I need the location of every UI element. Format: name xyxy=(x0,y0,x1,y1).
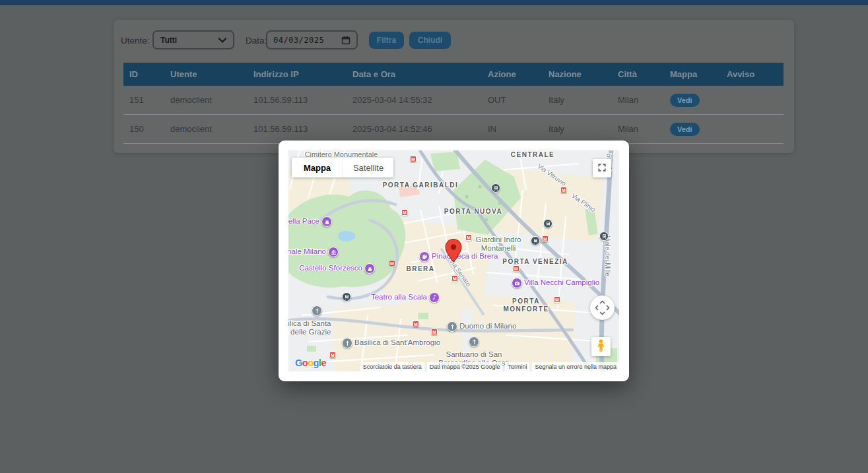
metro-icon: M xyxy=(410,156,417,162)
poi-castle-icon[interactable] xyxy=(364,263,375,274)
train-station-icon xyxy=(599,232,609,241)
cell-datetime: 2025-03-04 14:52:46 xyxy=(347,115,482,144)
user-select[interactable]: Tutti xyxy=(152,30,234,49)
metro-icon: M xyxy=(431,329,438,335)
header-id: ID xyxy=(123,63,164,86)
train-station-icon xyxy=(342,292,351,301)
district-label: PORTA VENEZIA xyxy=(502,258,568,266)
church-icon[interactable] xyxy=(447,321,457,332)
cell-citta: Milan xyxy=(612,115,664,144)
poi-art-icon[interactable] xyxy=(419,251,430,262)
google-logo-letter: e xyxy=(321,358,326,368)
header-data-e-ora: Data e Ora xyxy=(347,63,482,86)
church-label: silica di Santa a delle Grazie xyxy=(288,319,338,336)
street-label: Via Plinio xyxy=(570,192,597,214)
district-label: CENTRALE xyxy=(511,151,554,159)
metro-icon: M xyxy=(389,260,395,267)
poi-label: ella Pace xyxy=(288,217,319,225)
metro-icon: M xyxy=(513,265,519,272)
map-attribution: Scorciatoie da tastiera Dati mappa ©2025… xyxy=(358,362,619,371)
cell-mappa: Vedi xyxy=(664,86,721,115)
train-station-icon xyxy=(531,236,540,245)
church-icon[interactable] xyxy=(342,338,352,348)
filter-button[interactable]: Filtra xyxy=(369,32,404,49)
pan-control[interactable] xyxy=(590,296,615,320)
poi-label: Villa Necchi Campiglio xyxy=(524,278,599,286)
church-label: Duomo di Milano xyxy=(459,322,516,331)
keyboard-shortcuts-link[interactable]: Scorciatoie da tastiera xyxy=(360,362,424,371)
show-map-button[interactable]: Vedi xyxy=(670,123,700,136)
cell-id: 150 xyxy=(123,115,164,144)
metro-icon: M xyxy=(554,296,560,303)
poi-castle-icon[interactable] xyxy=(321,216,332,227)
poi-label: nale Milano xyxy=(288,247,326,255)
church-icon[interactable] xyxy=(312,305,322,316)
metro-icon: M xyxy=(560,187,567,193)
date-filter-label: Data: xyxy=(246,36,267,46)
pegman-icon xyxy=(597,339,605,354)
table-row: 151 democlient 101.56.59.113 2025-03-04 … xyxy=(123,86,784,115)
map-data-text: Dati mappa ©2025 Google xyxy=(427,362,503,371)
poi-music-icon[interactable]: ♪ xyxy=(429,292,440,303)
district-label: PORTA GARIBALDI xyxy=(383,181,459,189)
metro-icon: M xyxy=(413,321,419,327)
user-select-value: Tutti xyxy=(160,36,177,45)
user-filter-label: Utente: xyxy=(121,36,150,46)
header-mappa: Mappa xyxy=(664,63,721,86)
metro-icon: M xyxy=(401,209,408,216)
cell-avviso xyxy=(721,86,784,115)
pan-arrows-icon xyxy=(590,311,615,322)
metro-icon: M xyxy=(451,275,458,282)
close-button[interactable]: Chiudi xyxy=(409,32,451,49)
date-input-value: 04/03/2025 xyxy=(273,36,324,45)
cell-nazione: Italy xyxy=(543,86,612,115)
terms-link[interactable]: Termini xyxy=(505,362,529,371)
header-citta: Città xyxy=(612,63,664,86)
poi-museum-icon[interactable] xyxy=(328,247,339,257)
header-utente: Utente xyxy=(164,63,248,86)
location-marker-pin xyxy=(445,239,462,265)
report-error-link[interactable]: Segnala un errore nella mappa xyxy=(532,362,619,371)
calendar-icon[interactable] xyxy=(341,36,351,45)
poi-label: Pinacoteca di Brera xyxy=(432,252,498,260)
table-row: 150 democlient 101.56.59.113 2025-03-04 … xyxy=(123,115,784,144)
fullscreen-button[interactable] xyxy=(593,159,611,177)
cell-ip: 101.56.59.113 xyxy=(248,86,347,115)
cell-azione: OUT xyxy=(482,86,543,115)
google-logo-letter: o xyxy=(308,358,313,368)
park-label: Giardini Indro Montanelli xyxy=(475,236,521,252)
poi-camera-icon[interactable] xyxy=(512,278,522,288)
google-logo[interactable]: Google xyxy=(295,358,326,368)
date-input[interactable]: 04/03/2025 xyxy=(266,30,358,49)
cell-utente: democlient xyxy=(164,86,248,115)
district-label: PORTA NUOVA xyxy=(444,208,503,216)
access-log-table: ID Utente Indirizzo IP Data e Ora Azione… xyxy=(123,63,784,144)
show-map-button[interactable]: Vedi xyxy=(670,94,700,107)
top-navbar xyxy=(0,0,868,5)
train-station-icon xyxy=(491,183,500,193)
map-type-map-button[interactable]: Mappa xyxy=(292,158,343,177)
cell-utente: democlient xyxy=(164,115,248,144)
train-station-icon xyxy=(543,219,552,228)
poi-label: Teatro alla Scala xyxy=(371,293,427,301)
cell-avviso xyxy=(721,115,784,144)
district-label: PORTA MONFORTE xyxy=(503,298,549,313)
cell-mappa: Vedi xyxy=(664,115,721,144)
metro-icon: M xyxy=(329,352,336,358)
street-label: Via Vitruvio xyxy=(536,162,567,187)
cell-datetime: 2025-03-04 14:55:32 xyxy=(347,86,482,115)
church-label: Basilica di Sant'Ambrogio xyxy=(354,338,440,347)
map-modal: CENTRALEPORTA GARIBALDIPORTA NUOVAPORTA … xyxy=(279,141,629,381)
street-label: Viale dei Mille xyxy=(604,236,611,276)
map-canvas[interactable]: CENTRALEPORTA GARIBALDIPORTA NUOVAPORTA … xyxy=(288,150,619,371)
street-view-pegman-button[interactable] xyxy=(591,337,611,356)
table-header-row: ID Utente Indirizzo IP Data e Ora Azione… xyxy=(123,63,784,86)
header-avviso: Avviso xyxy=(721,63,784,86)
district-label: BRERA xyxy=(406,265,434,273)
google-logo-letter: o xyxy=(302,358,308,368)
map-type-satellite-button[interactable]: Satellite xyxy=(343,158,393,177)
poi-label: Castello Sforzesco xyxy=(299,264,362,272)
header-indirizzo-ip: Indirizzo IP xyxy=(248,63,347,86)
map-type-control: Mappa Satellite xyxy=(292,158,393,177)
church-icon[interactable] xyxy=(469,336,479,347)
